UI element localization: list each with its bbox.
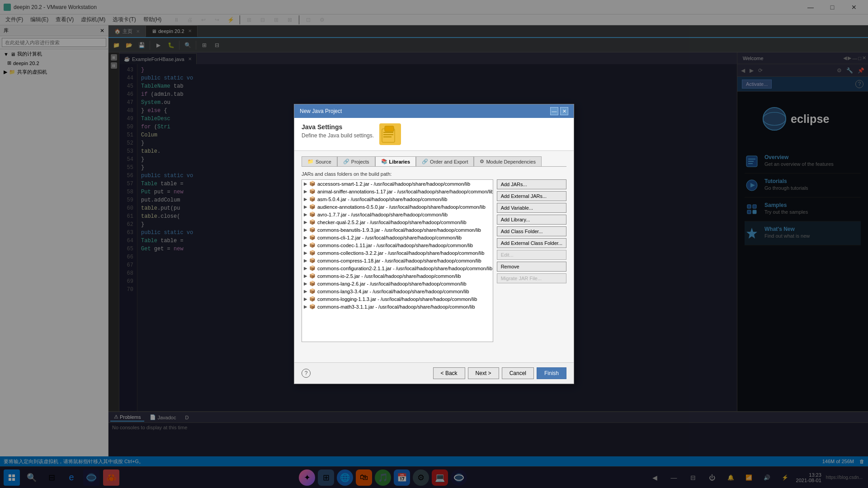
jar-item-0[interactable]: ▶ 📦 accessors-smart-1.2.jar - /usr/local… (302, 180, 493, 188)
jar-item-8[interactable]: ▶ 📦 commons-codec-1.11.jar - /usr/local/… (302, 241, 493, 249)
dialog-header-desc: Define the Java build settings. (302, 132, 374, 139)
jar-label-0: accessors-smart-1.2.jar - /usr/local/had… (317, 181, 470, 187)
jar-label-13: commons-lang-2.6.jar - /usr/local/hadoop… (317, 281, 467, 286)
svg-rect-25 (383, 134, 393, 135)
source-tab-label: Source (316, 159, 331, 164)
jar-label-8: commons-codec-1.11.jar - /usr/local/hado… (317, 243, 473, 248)
projects-tab-icon: 🔗 (343, 159, 349, 164)
add-external-class-folder-button[interactable]: Add External Class Folder... (497, 238, 566, 248)
dialog-header-text: Java Settings Define the Java build sett… (302, 123, 374, 139)
jar-item-15[interactable]: ▶ 📦 commons-logging-1.1.3.jar - /usr/loc… (302, 295, 493, 303)
jar-expand-4: ▶ (304, 212, 307, 217)
jar-item-6[interactable]: ▶ 📦 commons-beanutils-1.9.3.jar - /usr/l… (302, 226, 493, 234)
jar-label-9: commons-collections-3.2.2.jar - /usr/loc… (317, 250, 484, 256)
jar-item-16[interactable]: ▶ 📦 commons-math3-3.1.1.jar - /usr/local… (302, 303, 493, 310)
jar-icon-8: 📦 (309, 242, 316, 248)
tab-projects[interactable]: 🔗 Projects (337, 156, 375, 166)
jar-expand-9: ▶ (304, 250, 307, 255)
dialog-title-bar: New Java Project — ✕ (294, 104, 574, 118)
dialog-overlay: New Java Project — ✕ Java Settings Defin… (0, 0, 868, 488)
jar-expand-16: ▶ (304, 304, 307, 309)
module-tab-label: Module Dependencies (486, 159, 535, 164)
dialog-help-icon[interactable]: ? (302, 369, 311, 378)
tab-order-export[interactable]: 🔗 Order and Export (416, 156, 474, 166)
libraries-tab-icon: 📚 (381, 159, 387, 164)
jar-icon-9: 📦 (309, 250, 316, 256)
add-external-jars-button[interactable]: Add External JARs... (497, 191, 566, 201)
jar-label-14: commons-lang3-3.4.jar - /usr/local/hadoo… (317, 289, 469, 294)
jar-icon-12: 📦 (309, 273, 316, 279)
svg-rect-23 (385, 126, 394, 131)
jar-icon-5: 📦 (309, 219, 316, 225)
jar-expand-7: ▶ (304, 235, 307, 240)
jar-item-9[interactable]: ▶ 📦 commons-collections-3.2.2.jar - /usr… (302, 249, 493, 257)
jar-item-2[interactable]: ▶ 📦 asm-5.0.4.jar - /usr/local/hadoop/sh… (302, 195, 493, 203)
module-tab-icon: ⚙ (480, 159, 484, 164)
footer-buttons: < Back Next > Cancel Finish (433, 367, 566, 379)
add-jars-button[interactable]: Add JARs... (497, 179, 566, 189)
jar-expand-8: ▶ (304, 243, 307, 248)
jar-item-1[interactable]: ▶ 📦 animal-sniffer-annotations-1.17.jar … (302, 188, 493, 195)
edit-button-disabled: Edit... (497, 250, 566, 260)
svg-rect-24 (383, 132, 393, 133)
jar-item-11[interactable]: ▶ 📦 commons-configuration2-2.1.1.jar - /… (302, 264, 493, 272)
jar-expand-12: ▶ (304, 273, 307, 278)
jar-item-14[interactable]: ▶ 📦 commons-lang3-3.4.jar - /usr/local/h… (302, 287, 493, 295)
jar-item-10[interactable]: ▶ 📦 commons-compress-1.18.jar - /usr/loc… (302, 257, 493, 264)
add-library-button[interactable]: Add Library... (497, 215, 566, 225)
jar-icon-15: 📦 (309, 296, 316, 302)
jar-icon-16: 📦 (309, 304, 316, 310)
jar-label-7: commons-cli-1.2.jar - /usr/local/hadoop/… (317, 235, 462, 240)
add-class-folder-button[interactable]: Add Class Folder... (497, 226, 566, 236)
jar-label-16: commons-math3-3.1.1.jar - /usr/local/had… (317, 304, 475, 310)
dialog-header-icon (379, 123, 401, 145)
jar-label-12: commons-io-2.5.jar - /usr/local/hadoop/s… (317, 273, 461, 279)
next-button[interactable]: Next > (468, 367, 499, 379)
new-java-project-dialog: New Java Project — ✕ Java Settings Defin… (294, 104, 574, 384)
jar-item-4[interactable]: ▶ 📦 avro-1.7.7.jar - /usr/local/hadoop/s… (302, 211, 493, 218)
tab-libraries[interactable]: 📚 Libraries (375, 156, 416, 166)
jar-icon-0: 📦 (309, 181, 316, 187)
jar-item-13[interactable]: ▶ 📦 commons-lang-2.6.jar - /usr/local/ha… (302, 280, 493, 287)
jar-label-4: avro-1.7.7.jar - /usr/local/hadoop/share… (317, 212, 448, 217)
jar-item-12[interactable]: ▶ 📦 commons-io-2.5.jar - /usr/local/hado… (302, 272, 493, 280)
add-variable-button[interactable]: Add Variable... (497, 203, 566, 213)
jar-label-1: animal-sniffer-annotations-1.17.jar - /u… (317, 189, 493, 194)
dialog-minimize-btn[interactable]: — (550, 107, 558, 115)
dialog-title-controls: — ✕ (550, 107, 568, 115)
projects-tab-label: Projects (351, 159, 369, 164)
jar-item-7[interactable]: ▶ 📦 commons-cli-1.2.jar - /usr/local/had… (302, 234, 493, 241)
remove-button[interactable]: Remove (497, 262, 566, 272)
jar-expand-3: ▶ (304, 204, 307, 209)
jar-expand-14: ▶ (304, 289, 307, 294)
jar-label-6: commons-beanutils-1.9.3.jar - /usr/local… (317, 227, 481, 233)
jar-icon-1: 📦 (309, 188, 316, 194)
jar-icon-4: 📦 (309, 211, 316, 217)
jar-icon-3: 📦 (309, 204, 316, 210)
jar-label-2: asm-5.0.4.jar - /usr/local/hadoop/share/… (317, 197, 447, 202)
libraries-tab-label: Libraries (389, 159, 410, 164)
jar-icon-10: 📦 (309, 258, 316, 263)
jar-icon-11: 📦 (309, 265, 316, 271)
order-tab-label: Order and Export (430, 159, 468, 164)
finish-button[interactable]: Finish (537, 367, 566, 379)
dialog-tabs: 📁 Source 🔗 Projects 📚 Libraries 🔗 Order … (302, 156, 566, 167)
jar-label-10: commons-compress-1.18.jar - /usr/local/h… (317, 258, 481, 263)
jar-expand-6: ▶ (304, 227, 307, 232)
jar-expand-13: ▶ (304, 281, 307, 286)
jar-label-5: checker-qual-2.5.2.jar - /usr/local/hado… (317, 220, 467, 225)
jar-item-3[interactable]: ▶ 📦 audience-annotations-0.5.0.jar - /us… (302, 203, 493, 211)
dialog-close-btn[interactable]: ✕ (560, 107, 568, 115)
jar-label-15: commons-logging-1.1.3.jar - /usr/local/h… (317, 296, 477, 302)
dialog-header: Java Settings Define the Java build sett… (294, 118, 574, 151)
jar-label-11: commons-configuration2-2.1.1.jar - /usr/… (317, 266, 492, 271)
jar-list-container: ▶ 📦 accessors-smart-1.2.jar - /usr/local… (302, 179, 566, 342)
jar-item-5[interactable]: ▶ 📦 checker-qual-2.5.2.jar - /usr/local/… (302, 218, 493, 226)
tab-module-deps[interactable]: ⚙ Module Dependencies (474, 156, 541, 166)
back-button[interactable]: < Back (433, 367, 465, 379)
cancel-button[interactable]: Cancel (502, 367, 534, 379)
tab-source[interactable]: 📁 Source (302, 156, 337, 166)
jar-label-3: audience-annotations-0.5.0.jar - /usr/lo… (317, 204, 486, 210)
jar-list[interactable]: ▶ 📦 accessors-smart-1.2.jar - /usr/local… (302, 179, 493, 342)
jar-expand-0: ▶ (304, 181, 307, 186)
